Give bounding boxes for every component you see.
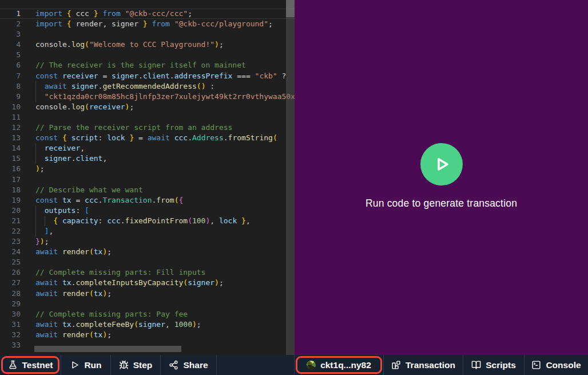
line-number: 8 xyxy=(0,81,21,92)
code-text: signer.client, xyxy=(21,153,107,164)
indent-guide xyxy=(35,216,36,226)
line-number: 23 xyxy=(0,236,21,247)
flask-icon xyxy=(8,360,18,370)
code-text: outputs: [ xyxy=(21,206,89,216)
result-message: Run code to generate transaction xyxy=(295,198,588,210)
line-number: 6 xyxy=(0,60,21,70)
editor-line: 3 xyxy=(0,29,295,40)
code-text: import { render, signer } from "@ckb-ccc… xyxy=(21,19,273,29)
editor-line: 19const tx = ccc.Transaction.from({ xyxy=(0,195,295,206)
code-text: ], xyxy=(21,226,53,236)
play-outline-icon xyxy=(70,360,80,370)
editor-line: 12// Parse the receiver script from an a… xyxy=(0,123,295,133)
code-text xyxy=(21,299,35,309)
editor-line: 20 outputs: [ xyxy=(0,206,295,216)
code-text: receiver, xyxy=(21,143,85,153)
code-text: // Complete missing parts: Fill inputs xyxy=(21,267,205,278)
address-label: ckt1q...ny82 xyxy=(320,360,371,370)
code-text: await tx.completeInputsByCapacity(signer… xyxy=(21,278,224,288)
code-text: console.log(receiver); xyxy=(21,102,134,112)
line-number: 12 xyxy=(0,123,21,133)
share-icon xyxy=(169,360,178,370)
play-button[interactable] xyxy=(420,143,463,185)
line-number: 32 xyxy=(0,330,21,340)
address-button[interactable]: ckt1q...ny82 xyxy=(295,355,384,375)
line-number: 2 xyxy=(0,19,21,29)
code-editor[interactable]: 1import { ccc } from "@ckb-ccc/ccc";2imp… xyxy=(0,0,295,355)
editor-line: 22 ], xyxy=(0,226,295,236)
code-text xyxy=(21,112,35,123)
toolbar-spacer xyxy=(217,355,295,375)
result-panel: Run code to generate transaction xyxy=(295,0,588,355)
code-text xyxy=(21,50,35,60)
code-text: // The receiver is the signer itself on … xyxy=(21,60,246,70)
line-number: 28 xyxy=(0,289,21,299)
editor-line: 1import { ccc } from "@ckb-ccc/ccc"; xyxy=(0,9,295,19)
indent-guide xyxy=(35,226,36,236)
line-number: 27 xyxy=(0,278,21,288)
scripts-tab[interactable]: Scripts xyxy=(463,355,525,375)
code-text: // Complete missing parts: Pay fee xyxy=(21,309,188,319)
line-number: 33 xyxy=(0,340,21,350)
editor-line: 32await render(tx); xyxy=(0,330,295,340)
editor-line: 30// Complete missing parts: Pay fee xyxy=(0,309,295,319)
identicon-avatar xyxy=(307,361,316,370)
code-text: }); xyxy=(21,236,49,247)
code-text xyxy=(21,29,35,40)
line-number: 24 xyxy=(0,247,21,257)
line-number: 30 xyxy=(0,309,21,319)
indent-guide xyxy=(35,143,36,153)
line-number: 29 xyxy=(0,299,21,309)
line-number: 3 xyxy=(0,29,21,40)
indent-guide xyxy=(35,206,36,216)
code-text: "ckt1qzda0cr08m85hc8jlnfp3zer7xulejywt49… xyxy=(21,92,295,102)
code-text: await render(tx); xyxy=(21,330,112,340)
line-number: 25 xyxy=(0,257,21,267)
share-label: Share xyxy=(183,360,208,370)
transaction-label: Transaction xyxy=(406,360,455,370)
code-text: await render(tx); xyxy=(21,289,112,299)
editor-line: 21 { capacity: ccc.fixedPointFrom(100), … xyxy=(0,216,295,226)
line-number: 9 xyxy=(0,92,21,102)
editor-line: 10console.log(receiver); xyxy=(0,102,295,112)
step-label: Step xyxy=(133,360,153,370)
code-text: // Describe what we want xyxy=(21,185,143,195)
editor-line: 25 xyxy=(0,257,295,267)
editor-line: 31await tx.completeFeeBy(signer, 1000); xyxy=(0,319,295,330)
code-text: const tx = ccc.Transaction.from({ xyxy=(21,195,183,206)
editor-line: 16); xyxy=(0,164,295,174)
blocks-icon xyxy=(391,360,401,370)
testnet-button[interactable]: Testnet xyxy=(0,355,61,375)
vertical-scrollbar[interactable] xyxy=(286,0,295,355)
editor-line: 14 receiver, xyxy=(0,143,295,153)
indent-guide xyxy=(45,216,45,226)
line-number: 15 xyxy=(0,153,21,164)
editor-line: 8 await signer.getRecommendedAddress() : xyxy=(0,81,295,92)
code-text: ); xyxy=(21,164,45,174)
editor-line: 23}); xyxy=(0,236,295,247)
code-text xyxy=(21,175,35,185)
horizontal-scrollbar-thumb[interactable] xyxy=(34,346,181,352)
transaction-tab[interactable]: Transaction xyxy=(384,355,463,375)
step-button[interactable]: Step xyxy=(111,355,161,375)
code-text: const receiver = signer.client.addressPr… xyxy=(21,71,286,81)
run-button[interactable]: Run xyxy=(61,355,111,375)
line-number: 16 xyxy=(0,164,21,174)
testnet-label: Testnet xyxy=(22,360,53,370)
editor-line: 4console.log("Welcome to CCC Playground!… xyxy=(0,40,295,50)
indent-guide xyxy=(35,92,36,102)
editor-line: 18// Describe what we want xyxy=(0,185,295,195)
line-number: 5 xyxy=(0,50,21,60)
code-text: console.log("Welcome to CCC Playground!"… xyxy=(21,40,224,50)
code-text: await signer.getRecommendedAddress() : xyxy=(21,81,214,92)
console-tab[interactable]: Console xyxy=(525,355,588,375)
editor-line: 29 xyxy=(0,299,295,309)
line-number: 20 xyxy=(0,206,21,216)
editor-line: 13const { script: lock } = await ccc.Add… xyxy=(0,133,295,143)
terminal-icon xyxy=(531,360,541,370)
scripts-label: Scripts xyxy=(486,360,516,370)
share-button[interactable]: Share xyxy=(161,355,217,375)
line-number: 1 xyxy=(0,9,21,19)
bug-icon xyxy=(119,360,129,370)
vertical-scrollbar-thumb[interactable] xyxy=(286,0,295,17)
